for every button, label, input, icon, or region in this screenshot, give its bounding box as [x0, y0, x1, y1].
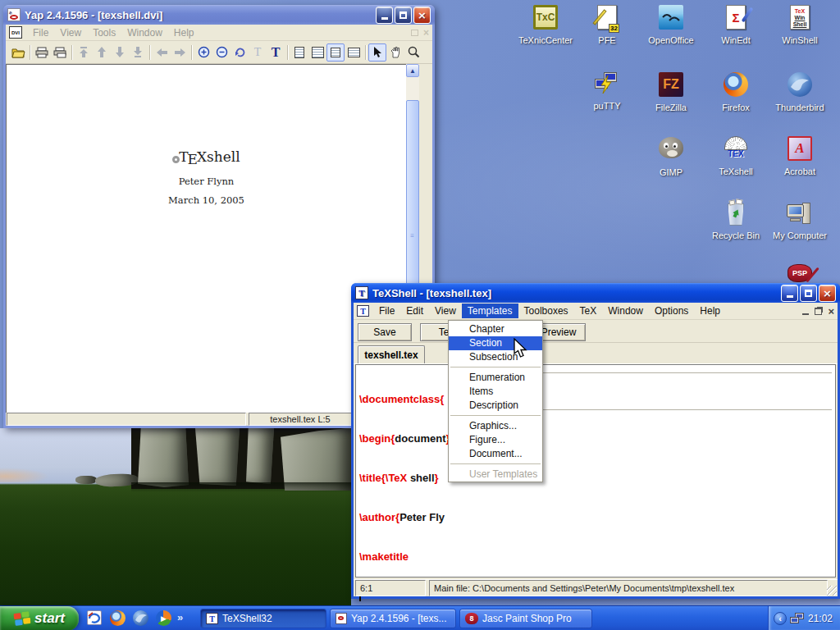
texshell-window[interactable]: T TeXShell - [texshell.tex] × T File Edi…	[351, 283, 840, 599]
media-player-icon[interactable]: ▶	[156, 610, 172, 627]
network-tray-icon[interactable]	[790, 612, 805, 625]
texshell-titlebar[interactable]: T TeXShell - [texshell.tex] ×	[351, 283, 840, 303]
stonehenge-photo[interactable]	[0, 428, 351, 605]
internet-explorer-icon[interactable]	[87, 610, 103, 627]
clock[interactable]: 21:02	[808, 613, 833, 624]
first-page-icon[interactable]	[75, 43, 93, 62]
yap-menu-window[interactable]: Window	[121, 25, 168, 40]
facing-page-view-icon[interactable]	[308, 43, 326, 62]
single-page-view-icon[interactable]	[290, 43, 308, 62]
print-page-icon[interactable]	[51, 43, 69, 62]
menu-view[interactable]: View	[429, 304, 462, 318]
menu-item-document[interactable]: Document...	[449, 447, 542, 461]
texshell-maximize-button[interactable]	[800, 285, 817, 302]
save-button[interactable]: Save	[358, 323, 412, 341]
desktop-icon-recycle-bin[interactable]: Recycle Bin	[705, 200, 767, 240]
continuous-view-icon[interactable]	[326, 43, 345, 62]
yap-menu-view[interactable]: View	[54, 25, 87, 40]
desktop-icon-acrobat[interactable]: A Acrobat	[769, 135, 831, 176]
mdi-close-icon[interactable]: ×	[828, 305, 834, 317]
texshell-close-button[interactable]: ×	[819, 285, 836, 302]
code-line: \begin{document}	[359, 432, 835, 445]
firefox-quicklaunch-icon[interactable]	[110, 610, 126, 627]
text-outline-icon[interactable]: T	[249, 43, 267, 62]
magnifier-tool-icon[interactable]	[404, 43, 422, 62]
document-date: March 10, 2005	[7, 194, 406, 206]
menu-help[interactable]: Help	[694, 304, 726, 318]
hide-tray-icons-chevron[interactable]: ‹	[774, 612, 787, 625]
menu-options[interactable]: Options	[649, 304, 694, 318]
menu-edit[interactable]: Edit	[400, 304, 429, 318]
menu-toolboxes[interactable]: Toolboxes	[518, 304, 574, 318]
icon-label: FileZilla	[640, 103, 702, 112]
standing-stone	[281, 428, 351, 491]
psp-task-icon: 8	[465, 613, 478, 624]
menu-item-description[interactable]: Description	[449, 399, 542, 413]
menu-item-chapter[interactable]: Chapter	[449, 322, 542, 336]
yap-minimize-button[interactable]	[376, 7, 393, 24]
scroll-up-icon[interactable]: ▲	[406, 64, 419, 77]
yap-menu-file[interactable]: File	[27, 25, 54, 40]
standing-stone	[246, 428, 274, 484]
gimp-icon	[657, 137, 685, 165]
quicklaunch-overflow-chevron[interactable]: »	[177, 611, 183, 623]
menu-file[interactable]: File	[373, 304, 400, 318]
yap-close-button[interactable]: ×	[413, 7, 431, 24]
desktop-icon-winshell[interactable]: TeX Win Shell WinShell	[769, 3, 831, 45]
mdi-close-icon[interactable]: ×	[423, 27, 429, 39]
resize-grip[interactable]	[827, 586, 837, 596]
yap-titlebar[interactable]: ⌕ Yap 2.4.1596 - [texshell.dvi] ×	[3, 5, 435, 25]
task-button-texshell[interactable]: T TeXShell32	[200, 609, 326, 628]
refresh-icon[interactable]	[231, 43, 249, 62]
desktop-icon-my-computer[interactable]: My Computer	[769, 200, 831, 240]
zoom-in-icon[interactable]	[194, 43, 212, 62]
tab-texshell-tex[interactable]: texshell.tex	[358, 345, 425, 363]
start-button[interactable]: start	[0, 606, 79, 630]
yap-menu-tools[interactable]: Tools	[87, 25, 121, 40]
desktop-icon-openoffice[interactable]: OpenOffice	[640, 3, 702, 45]
texshell-minimize-button[interactable]	[781, 285, 798, 302]
forward-icon[interactable]	[171, 43, 189, 62]
texshell-window-title: TeXShell - [texshell.tex]	[372, 287, 779, 299]
desktop-icon-gimp[interactable]: GIMP	[640, 135, 702, 177]
menu-item-enumeration[interactable]: Enumeration	[449, 371, 542, 385]
task-button-paintshoppro[interactable]: 8 Jasc Paint Shop Pro	[459, 609, 592, 628]
texshell-toolbar: Save TeX Preview	[354, 320, 838, 343]
dvi-doc-icon: DVI	[9, 26, 22, 39]
texshell-icon: TEX	[722, 136, 750, 164]
menu-window[interactable]: Window	[602, 304, 649, 318]
thunderbird-quicklaunch-icon[interactable]	[133, 610, 149, 627]
continuous-facing-view-icon[interactable]	[345, 43, 363, 62]
mdi-minimize-icon[interactable]	[802, 313, 809, 315]
text-mode-icon[interactable]: T	[267, 43, 285, 62]
dvi-page-view[interactable]: TEXshell Peter Flynn March 10, 2005	[6, 64, 406, 413]
yap-maximize-button[interactable]	[395, 7, 412, 24]
desktop-icon-pfe[interactable]: 32 PFE	[576, 3, 638, 45]
menu-tex[interactable]: TeX	[574, 304, 603, 318]
menu-item-figure[interactable]: Figure...	[449, 433, 542, 447]
mdi-restore-icon[interactable]	[815, 308, 822, 315]
menu-item-graphics[interactable]: Graphics...	[449, 419, 542, 433]
menu-item-items[interactable]: Items	[449, 385, 542, 399]
task-button-yap[interactable]: Yap 2.4.1596 - [texs...	[330, 609, 456, 628]
desktop-icon-texniccenter[interactable]: TxC TeXnicCenter	[514, 3, 577, 45]
desktop-icon-filezilla[interactable]: FZ FileZilla	[640, 71, 702, 112]
desktop-icon-winedt[interactable]: Σ WinShell WinEdt	[705, 3, 767, 45]
mdi-restore-icon[interactable]	[411, 30, 418, 36]
editor[interactable]: \documentclass{ \begin{document} \title{…	[355, 364, 836, 578]
previous-page-icon[interactable]	[93, 43, 111, 62]
desktop-icon-firefox[interactable]: Firefox	[705, 71, 767, 112]
next-page-icon[interactable]	[111, 43, 129, 62]
back-icon[interactable]	[153, 43, 171, 62]
open-file-icon[interactable]	[9, 43, 27, 62]
print-icon[interactable]	[33, 43, 51, 62]
desktop-icon-texshell[interactable]: TEX TeXshell	[705, 135, 767, 176]
desktop-icon-putty[interactable]: puTTY	[576, 71, 638, 111]
zoom-out-icon[interactable]	[212, 43, 231, 62]
yap-menu-help[interactable]: Help	[168, 25, 200, 40]
last-page-icon[interactable]	[129, 43, 147, 62]
hand-tool-icon[interactable]	[386, 43, 404, 62]
select-tool-icon[interactable]	[368, 43, 386, 62]
menu-templates[interactable]: Templates	[462, 304, 518, 318]
desktop-icon-thunderbird[interactable]: Thunderbird	[769, 71, 831, 112]
